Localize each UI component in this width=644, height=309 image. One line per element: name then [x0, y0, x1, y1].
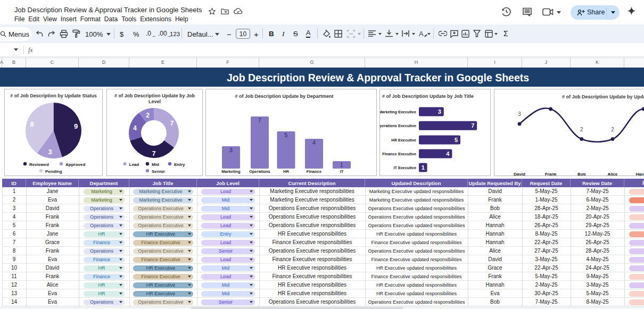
svg-text:7: 7 [170, 120, 174, 127]
svg-text:Mid: Mid [152, 162, 159, 167]
svg-text:HR: HR [283, 169, 289, 174]
svg-text:7: 7 [258, 117, 261, 123]
svg-text:Marketing: Marketing [221, 169, 241, 174]
svg-text:Marketing Executive: Marketing Executive [380, 110, 416, 114]
svg-text:2: 2 [611, 127, 614, 132]
svg-text:1: 1 [422, 164, 425, 171]
svg-text:IT Executive: IT Executive [393, 165, 416, 170]
svg-text:Finance: Finance [307, 169, 321, 174]
svg-text:5: 5 [455, 137, 458, 143]
svg-text:Alice: Alice [607, 172, 618, 176]
svg-text:3: 3 [438, 108, 441, 115]
svg-text:IT: IT [340, 169, 344, 174]
svg-text:David: David [514, 172, 525, 176]
svg-text:Operations Executive: Operations Executive [380, 123, 416, 128]
svg-text:1: 1 [340, 162, 343, 168]
svg-text:HR Executive: HR Executive [391, 138, 416, 143]
svg-text:7: 7 [471, 122, 474, 129]
svg-text:Frank: Frank [545, 172, 557, 176]
svg-text:Reviewed: Reviewed [29, 162, 49, 167]
svg-text:4: 4 [446, 151, 450, 157]
svg-text:Pending: Pending [45, 169, 62, 174]
svg-text:3: 3 [229, 147, 233, 153]
svg-text:4: 4 [312, 139, 316, 146]
svg-text:4: 4 [133, 124, 137, 132]
svg-text:3: 3 [518, 111, 521, 117]
svg-text:Lead: Lead [129, 162, 139, 167]
svg-text:Senior: Senior [152, 169, 165, 174]
svg-text:Bob: Bob [577, 172, 586, 176]
svg-text:3: 3 [48, 148, 52, 156]
svg-text:2: 2 [580, 127, 583, 132]
svg-text:5: 5 [285, 132, 288, 138]
svg-text:7: 7 [152, 150, 156, 157]
svg-text:Operations: Operations [249, 169, 270, 174]
svg-text:Entry: Entry [174, 162, 185, 167]
svg-text:2: 2 [146, 112, 150, 119]
svg-text:8: 8 [30, 120, 34, 128]
svg-text:Approved: Approved [65, 162, 85, 167]
svg-text:9: 9 [74, 122, 78, 130]
svg-text:Finance Executive: Finance Executive [382, 152, 416, 156]
svg-text:Hannah: Hannah [636, 172, 644, 176]
